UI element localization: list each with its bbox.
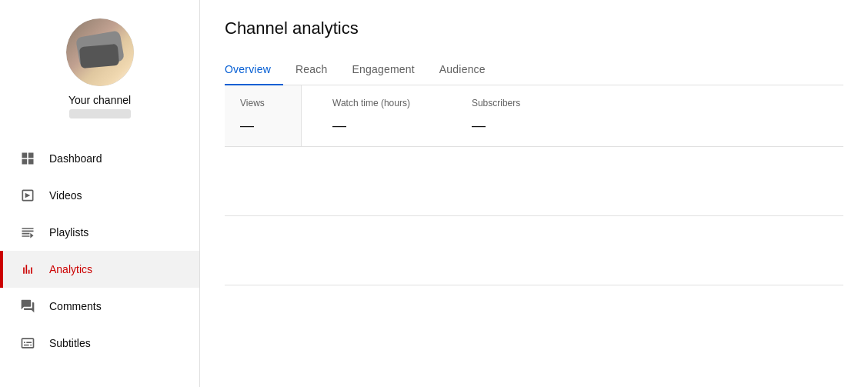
chart-area-1	[225, 147, 843, 216]
sidebar-item-subtitles[interactable]: Subtitles	[0, 325, 199, 362]
channel-name: Your channel	[68, 94, 131, 106]
page-title: Channel analytics	[225, 18, 843, 38]
tab-reach[interactable]: Reach	[283, 54, 339, 85]
chart-area-2	[225, 216, 843, 285]
playlists-icon	[18, 223, 37, 242]
stat-watchtime[interactable]: Watch time (hours) —	[302, 85, 441, 146]
channel-avatar	[66, 18, 134, 86]
stat-views-value: —	[240, 118, 285, 134]
stat-watchtime-label: Watch time (hours)	[332, 98, 410, 108]
videos-icon	[18, 186, 37, 205]
stat-subscribers-label: Subscribers	[472, 98, 520, 108]
tab-engagement[interactable]: Engagement	[339, 54, 426, 85]
sidebar: Your channel Dashboard Videos	[0, 0, 200, 387]
stat-watchtime-value: —	[332, 118, 410, 134]
sidebar-item-comments-label: Comments	[49, 300, 102, 312]
tab-audience[interactable]: Audience	[427, 54, 498, 85]
stats-container: Views — Watch time (hours) — Subscribers…	[225, 85, 843, 147]
sidebar-item-analytics-label: Analytics	[49, 263, 92, 275]
sidebar-item-subtitles-label: Subtitles	[49, 337, 91, 349]
sidebar-item-comments[interactable]: Comments	[0, 288, 199, 325]
stat-views-label: Views	[240, 98, 285, 108]
channel-handle	[69, 109, 131, 118]
sidebar-item-dashboard[interactable]: Dashboard	[0, 140, 199, 177]
avatar-image	[66, 18, 134, 86]
stat-subscribers-value: —	[472, 118, 520, 134]
stat-views[interactable]: Views —	[225, 85, 302, 146]
subtitles-icon	[18, 334, 37, 352]
comments-icon	[18, 297, 37, 315]
tabs-container: Overview Reach Engagement Audience	[225, 54, 843, 85]
sidebar-item-dashboard-label: Dashboard	[49, 152, 102, 165]
sidebar-item-playlists[interactable]: Playlists	[0, 214, 199, 251]
sidebar-item-playlists-label: Playlists	[49, 226, 88, 239]
sidebar-item-videos[interactable]: Videos	[0, 177, 199, 214]
stat-subscribers[interactable]: Subscribers —	[441, 85, 551, 146]
tab-overview[interactable]: Overview	[225, 54, 283, 85]
main-content: Channel analytics Overview Reach Engagem…	[200, 0, 868, 387]
analytics-icon	[18, 260, 37, 279]
sidebar-nav: Dashboard Videos Playlists	[0, 140, 199, 362]
sidebar-item-analytics[interactable]: Analytics	[0, 251, 199, 288]
sidebar-item-videos-label: Videos	[49, 189, 82, 202]
dashboard-icon	[18, 149, 37, 168]
